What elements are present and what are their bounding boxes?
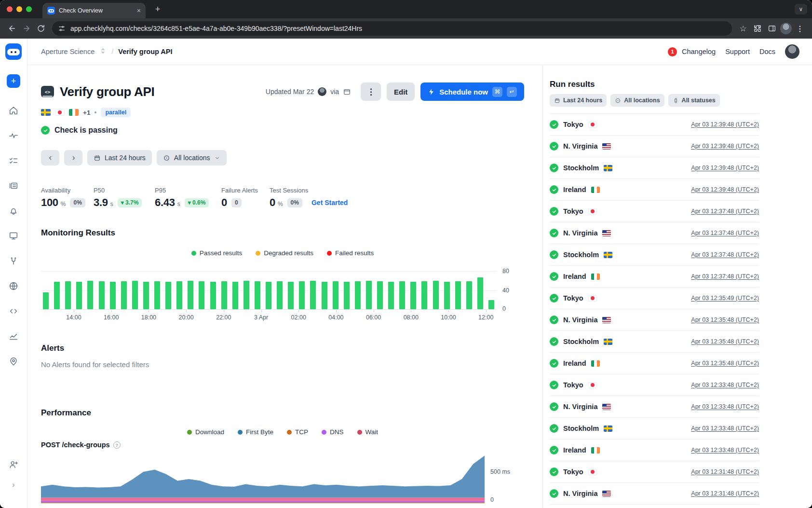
- run-timestamp-link[interactable]: Apr 03 12:35:48 (UTC+2): [691, 338, 759, 345]
- result-bar[interactable]: [277, 281, 283, 309]
- result-bar[interactable]: [310, 281, 316, 309]
- result-bar[interactable]: [76, 282, 82, 309]
- tab-search-icon[interactable]: ∨: [795, 4, 807, 14]
- result-bar[interactable]: [455, 281, 461, 309]
- side-panel-icon[interactable]: [765, 21, 779, 36]
- run-timestamp-link[interactable]: Apr 03 12:39:48 (UTC+2): [691, 143, 759, 150]
- result-bar[interactable]: [232, 282, 238, 309]
- run-result-row[interactable]: N. VirginiaApr 03 12:35:48 (UTC+2): [550, 309, 759, 331]
- run-result-row[interactable]: N. VirginiaApr 03 12:33:48 (UTC+2): [550, 396, 759, 418]
- legend-item[interactable]: DNS: [322, 428, 344, 436]
- result-bar[interactable]: [333, 281, 338, 309]
- alerts-bell-icon[interactable]: [8, 206, 19, 218]
- user-avatar[interactable]: [785, 44, 799, 59]
- more-actions-button[interactable]: ⋮: [361, 82, 381, 101]
- result-bar[interactable]: [344, 282, 350, 309]
- result-bar[interactable]: [210, 282, 216, 309]
- run-timestamp-link[interactable]: Apr 03 12:31:48 (UTC+2): [691, 490, 759, 497]
- run-result-row[interactable]: IrelandApr 03 12:37:48 (UTC+2): [550, 266, 759, 288]
- run-result-row[interactable]: TokyoApr 03 12:39:48 (UTC+2): [550, 114, 759, 136]
- forward-icon[interactable]: [19, 21, 34, 36]
- browser-tab[interactable]: Check Overview ×: [42, 3, 146, 18]
- locations-chip[interactable]: All locations: [157, 150, 227, 165]
- code-snippets-icon[interactable]: [8, 306, 19, 318]
- legend-item[interactable]: TCP: [287, 428, 308, 436]
- run-timestamp-link[interactable]: Apr 03 12:33:48 (UTC+2): [691, 382, 759, 388]
- legend-item[interactable]: Failed results: [327, 249, 374, 257]
- result-bar[interactable]: [288, 282, 294, 309]
- prev-window-button[interactable]: [41, 150, 59, 165]
- result-bar[interactable]: [165, 282, 171, 309]
- run-result-row[interactable]: N. VirginiaApr 03 12:39:48 (UTC+2): [550, 136, 759, 157]
- run-timestamp-link[interactable]: Apr 03 12:31:48 (UTC+2): [691, 468, 759, 475]
- schedule-now-button[interactable]: Schedule now ⌘ ↵: [420, 82, 524, 101]
- run-result-row[interactable]: StockholmApr 03 12:35:48 (UTC+2): [550, 331, 759, 353]
- legend-item[interactable]: Degraded results: [256, 249, 313, 257]
- run-timestamp-link[interactable]: Apr 03 12:39:48 (UTC+2): [691, 121, 759, 128]
- run-timestamp-link[interactable]: Apr 03 12:37:48 (UTC+2): [691, 273, 759, 280]
- run-result-row[interactable]: IrelandApr 03 12:33:48 (UTC+2): [550, 439, 759, 461]
- result-bar[interactable]: [388, 282, 394, 309]
- run-timestamp-link[interactable]: Apr 03 12:35:49 (UTC+2): [691, 295, 759, 302]
- run-timestamp-link[interactable]: Apr 03 12:35:48 (UTC+2): [691, 360, 759, 367]
- back-icon[interactable]: [5, 21, 19, 36]
- result-bar[interactable]: [199, 281, 204, 309]
- result-bar[interactable]: [322, 282, 327, 309]
- result-bar[interactable]: [488, 300, 494, 309]
- result-bar[interactable]: [421, 281, 427, 309]
- run-timestamp-link[interactable]: Apr 03 12:33:48 (UTC+2): [691, 425, 759, 432]
- result-bar[interactable]: [299, 281, 305, 309]
- help-icon[interactable]: ?: [113, 441, 121, 449]
- browser-profile-avatar[interactable]: [780, 23, 792, 34]
- time-range-chip[interactable]: Last 24 hours: [87, 150, 152, 165]
- extensions-icon[interactable]: [750, 21, 765, 36]
- run-timestamp-link[interactable]: Apr 03 12:39:48 (UTC+2): [691, 186, 759, 193]
- result-bar[interactable]: [255, 281, 260, 309]
- run-timestamp-link[interactable]: Apr 03 12:37:48 (UTC+2): [691, 230, 759, 236]
- tab-close-icon[interactable]: ×: [137, 7, 141, 14]
- run-filter-chip-location[interactable]: All locations: [610, 94, 664, 107]
- result-bar[interactable]: [410, 282, 416, 309]
- run-result-row[interactable]: StockholmApr 03 12:37:48 (UTC+2): [550, 244, 759, 266]
- changelog-link[interactable]: Changelog: [682, 48, 716, 55]
- result-bar[interactable]: [355, 281, 361, 309]
- result-bar[interactable]: [54, 282, 60, 309]
- docs-link[interactable]: Docs: [759, 48, 775, 55]
- address-bar[interactable]: app.checklyhq.com/checks/3264c851-e5ae-4…: [52, 21, 732, 36]
- run-result-row[interactable]: TokyoApr 03 12:31:48 (UTC+2): [550, 461, 759, 483]
- create-new-button[interactable]: +: [7, 74, 20, 88]
- run-result-row[interactable]: StockholmApr 03 12:39:48 (UTC+2): [550, 157, 759, 179]
- locations-pin-icon[interactable]: [8, 356, 19, 369]
- collapse-sidebar-icon[interactable]: ›: [12, 481, 14, 489]
- result-bar[interactable]: [244, 281, 249, 309]
- run-result-row[interactable]: TokyoApr 03 12:35:49 (UTC+2): [550, 288, 759, 309]
- run-timestamp-link[interactable]: Apr 03 12:35:48 (UTC+2): [691, 316, 759, 323]
- result-bar[interactable]: [477, 277, 483, 309]
- result-bar[interactable]: [433, 281, 439, 309]
- private-locations-globe-icon[interactable]: [8, 281, 19, 293]
- edit-button[interactable]: Edit: [387, 82, 415, 101]
- checkly-logo[interactable]: [5, 43, 22, 60]
- run-timestamp-link[interactable]: Apr 03 12:37:48 (UTC+2): [691, 251, 759, 258]
- result-bar[interactable]: [188, 281, 193, 309]
- checks-list-icon[interactable]: [8, 155, 19, 168]
- reload-icon[interactable]: [34, 21, 48, 36]
- result-bar[interactable]: [154, 281, 160, 309]
- run-result-row[interactable]: StockholmApr 03 12:33:48 (UTC+2): [550, 418, 759, 439]
- result-bar[interactable]: [65, 281, 71, 309]
- home-icon[interactable]: [8, 105, 19, 118]
- run-result-row[interactable]: TokyoApr 03 12:33:48 (UTC+2): [550, 374, 759, 396]
- get-started-link[interactable]: Get Started: [311, 199, 348, 206]
- result-bar[interactable]: [221, 281, 227, 309]
- zoom-window-button[interactable]: [26, 6, 32, 12]
- run-filter-chip-calendar[interactable]: Last 24 hours: [550, 94, 607, 107]
- result-bar[interactable]: [366, 281, 372, 309]
- result-bar[interactable]: [132, 281, 138, 309]
- support-link[interactable]: Support: [725, 48, 750, 55]
- maintenance-icon[interactable]: [8, 256, 19, 268]
- legend-item[interactable]: First Byte: [238, 428, 273, 436]
- legend-item[interactable]: Wait: [357, 428, 379, 436]
- legend-item[interactable]: Download: [187, 428, 224, 436]
- new-tab-button[interactable]: +: [152, 4, 163, 14]
- run-result-row[interactable]: StockholmApr 03 12:31:48 (UTC+2): [550, 505, 759, 508]
